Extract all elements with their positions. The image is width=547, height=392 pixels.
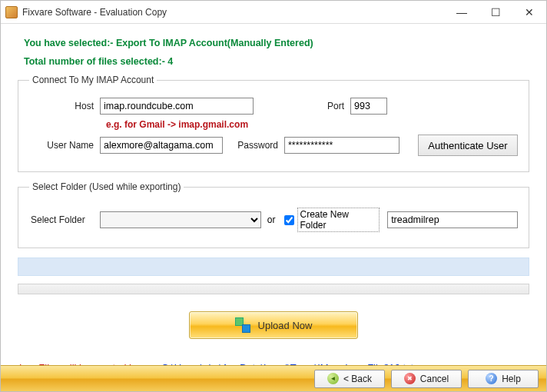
username-input[interactable] — [100, 137, 223, 154]
app-icon — [5, 6, 18, 18]
progress-bar — [18, 284, 529, 294]
maximize-button[interactable]: ☐ — [479, 1, 512, 23]
selection-summary: You have selected:- Export To IMAP Accou… — [24, 38, 523, 48]
port-input[interactable] — [350, 98, 387, 115]
select-folder-label: Select Folder — [29, 214, 100, 225]
progress-area — [18, 257, 529, 294]
create-folder-input[interactable] — [387, 211, 518, 228]
help-label: Help — [502, 374, 521, 384]
file-count-summary: Total number of files selected:- 4 — [24, 56, 523, 67]
footer-bar: < Back Cancel Help — [1, 365, 546, 391]
help-icon — [486, 373, 497, 384]
upload-button[interactable]: Upload Now — [189, 311, 358, 339]
help-button[interactable]: Help — [468, 370, 539, 388]
cancel-icon — [404, 373, 416, 384]
host-hint: e.g. for Gmail -> imap.gmail.com — [106, 119, 518, 130]
folder-legend: Select Folder (Used while exporting) — [29, 181, 184, 192]
port-label: Port — [312, 101, 350, 111]
password-label: Password — [223, 140, 284, 151]
cancel-label: Cancel — [420, 374, 449, 384]
select-folder-dropdown[interactable] — [100, 211, 261, 228]
status-bar — [18, 257, 529, 276]
authenticate-button[interactable]: Authenticate User — [418, 135, 518, 156]
back-label: < Back — [343, 374, 372, 384]
window-title: Fixvare Software - Evaluation Copy — [22, 7, 445, 18]
minimize-button[interactable]: ― — [445, 1, 479, 23]
imap-fieldset: Connect To My IMAP Account Host Port e.g… — [18, 75, 529, 172]
or-label: or — [267, 214, 276, 225]
upload-icon — [235, 317, 250, 333]
authenticate-label: Authenticate User — [428, 140, 507, 151]
create-folder-checkbox[interactable] — [284, 215, 294, 225]
host-input[interactable] — [100, 98, 254, 115]
imap-legend: Connect To My IMAP Account — [29, 75, 157, 85]
folder-fieldset: Select Folder (Used while exporting) Sel… — [18, 181, 529, 248]
close-button[interactable]: ✕ — [512, 1, 546, 23]
create-folder-label[interactable]: Create New Folder — [297, 208, 380, 232]
password-input[interactable] — [284, 137, 399, 154]
titlebar: Fixvare Software - Evaluation Copy ― ☐ ✕ — [1, 1, 546, 24]
back-button[interactable]: < Back — [314, 370, 385, 388]
cancel-button[interactable]: Cancel — [391, 370, 462, 388]
host-label: Host — [29, 101, 100, 111]
upload-label: Upload Now — [258, 320, 313, 331]
username-label: User Name — [29, 140, 100, 151]
back-icon — [327, 373, 339, 384]
